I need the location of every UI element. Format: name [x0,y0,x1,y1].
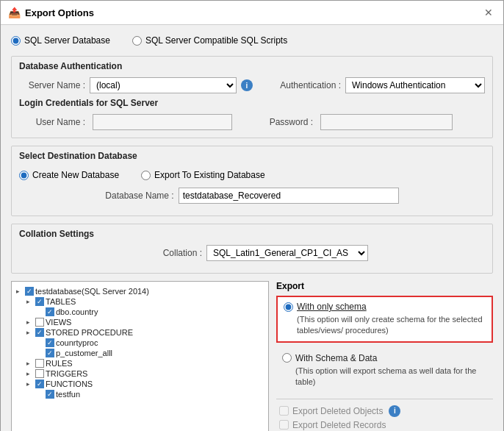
export-to-row: SQL Server Database SQL Server Compatibl… [11,32,493,49]
export-options-dialog: 📤 Export Options ✕ SQL Server Database S… [0,0,504,431]
auth-label: Authentication : [280,80,341,90]
login-creds-row: User Name : Password : [19,114,485,130]
tree-checkbox[interactable]: ✓ [46,338,54,347]
tree-item-label: STORED PROCEDURE [46,328,133,337]
tree-checkbox[interactable]: ✓ [35,328,44,337]
sql-server-db-option[interactable]: SQL Server Database [11,35,110,46]
schema-only-label: With only schema [297,302,367,312]
dialog-title: Export Options [25,7,94,18]
deleted-objects-checkbox[interactable] [279,406,289,416]
tree-checkbox[interactable]: ✓ [25,287,34,296]
tree-item[interactable]: ▸✓ STORED PROCEDURE [16,327,264,338]
schema-data-radio[interactable] [282,353,292,363]
tree-item[interactable]: ▸ VIEWS [16,317,264,327]
export-section-title: Export [276,281,493,291]
tree-expand-icon[interactable]: ▸ [16,288,24,295]
username-label: User Name : [19,117,85,127]
create-new-db-radio[interactable] [19,171,29,180]
username-input[interactable] [93,114,232,130]
schema-data-desc: (This option will export schema as well … [282,366,487,388]
tree-item-label: counrtyproc [56,338,98,347]
select-dest-title: Select Destination Database [19,151,485,161]
dbname-input[interactable] [179,188,399,204]
tree-expand-icon[interactable]: ▸ [26,380,34,388]
select-dest-section: Select Destination Database Create New D… [11,146,493,216]
tree-item[interactable]: ✓ p_customer_alll [16,348,264,358]
export-panel: Export With only schema (This option wil… [276,281,493,431]
deleted-objects-label: Export Deleted Objects [292,406,383,416]
tree-item[interactable]: ▸✓ FUNCTIONS [16,379,264,389]
bottom-section: ▸✓ testdatabase(SQL Server 2014)▸✓ TABLE… [11,281,493,431]
create-new-db-option[interactable]: Create New Database [19,170,119,180]
tree-checkbox[interactable] [35,318,44,327]
collation-select[interactable]: SQL_Latin1_General_CP1_CI_AS Latin1_Gene… [206,245,368,261]
tree-checkbox[interactable]: ✓ [46,390,54,399]
tree-expand-icon[interactable]: ▸ [26,360,34,367]
tree-item[interactable]: ▸ TRIGGERS [16,368,264,379]
tree-expand-icon[interactable]: ▸ [26,370,34,377]
db-auth-title: Database Authentication [19,61,485,71]
tree-checkbox[interactable]: ✓ [35,297,44,306]
collation-section: Collation Settings Collation : SQL_Latin… [11,224,493,274]
tree-item[interactable]: ✓ counrtyproc [16,338,264,348]
tree-item[interactable]: ✓ testfun [16,389,264,399]
tree-item-label: TABLES [46,297,76,306]
tree-item[interactable]: ✓ dbo.country [16,307,264,317]
title-bar: 📤 Export Options ✕ [1,1,503,25]
tree-checkbox[interactable]: ✓ [35,380,44,388]
dest-options-row: Create New Database Export To Existing D… [19,167,485,183]
close-button[interactable]: ✕ [481,5,496,20]
tree-item[interactable]: ▸✓ TABLES [16,296,264,307]
schema-data-box: With Schema & Data (This option will exp… [276,349,493,393]
deleted-objects-info-icon[interactable]: i [389,405,400,417]
db-auth-section: Database Authentication Server Name : (l… [11,56,493,138]
tree-expand-icon[interactable]: ▸ [26,318,34,326]
tree-panel[interactable]: ▸✓ testdatabase(SQL Server 2014)▸✓ TABLE… [11,281,269,431]
schema-only-desc: (This option will only create schema for… [284,314,486,337]
tree-item-label: p_customer_alll [56,349,112,357]
tree-expand-icon[interactable]: ▸ [26,298,34,305]
schema-only-box: With only schema (This option will only … [276,296,493,343]
tree-item-label: dbo.country [56,307,98,316]
server-info-icon[interactable]: i [241,79,253,91]
password-input[interactable] [320,114,453,130]
login-creds-title: Login Credentials for SQL Server [19,98,485,108]
tree-item-label: FUNCTIONS [46,380,93,388]
tree-item-label: testdatabase(SQL Server 2014) [35,287,149,296]
tree-item-label: TRIGGERS [46,369,87,378]
tree-expand-icon[interactable]: ▸ [26,329,34,336]
collation-label: Collation : [136,248,202,258]
deleted-records-label: Export Deleted Records [292,420,386,430]
auth-select[interactable]: Windows Authentication SQL Server Authen… [345,77,485,93]
title-bar-left: 📤 Export Options [8,7,94,18]
sql-compatible-option[interactable]: SQL Server Compatible SQL Scripts [132,35,287,46]
deleted-records-row: Export Deleted Records [276,420,493,430]
tree-item-label: testfun [56,390,80,399]
sql-compatible-radio[interactable] [132,36,142,46]
schema-only-option[interactable]: With only schema [284,302,486,312]
dbname-row: Database Name : [19,188,485,204]
tree-checkbox[interactable] [35,369,44,378]
sql-server-db-radio[interactable] [11,36,21,46]
tree-checkbox[interactable]: ✓ [46,307,54,316]
export-existing-db-option[interactable]: Export To Existing Database [141,170,265,180]
schema-only-radio[interactable] [284,302,293,312]
tree-item-label: VIEWS [46,318,71,327]
schema-data-label: With Schema & Data [295,353,377,363]
collation-title: Collation Settings [19,229,485,239]
dialog-body: SQL Server Database SQL Server Compatibl… [1,25,503,431]
tree-checkbox[interactable]: ✓ [46,349,54,357]
divider [276,399,493,399]
tree-item-label: RULES [46,359,73,368]
tree-item[interactable]: ▸ RULES [16,358,264,368]
deleted-records-checkbox[interactable] [279,420,289,430]
export-icon: 📤 [8,7,21,18]
db-auth-row: Server Name : (local) i Authentication :… [19,77,485,93]
server-name-label: Server Name : [19,80,85,90]
tree-checkbox[interactable] [35,359,44,368]
tree-item[interactable]: ▸✓ testdatabase(SQL Server 2014) [16,286,264,296]
export-existing-db-radio[interactable] [141,171,151,180]
server-name-select[interactable]: (local) [90,77,237,93]
deleted-objects-row: Export Deleted Objects i [276,405,493,417]
schema-data-option[interactable]: With Schema & Data [282,353,487,363]
